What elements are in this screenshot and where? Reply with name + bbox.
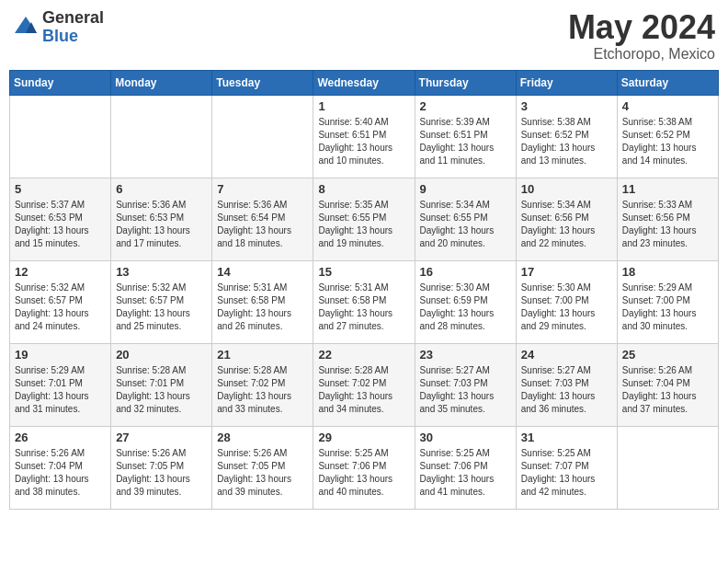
day-info: Sunrise: 5:37 AMSunset: 6:53 PMDaylight:… [15, 199, 106, 250]
header-day-thursday: Thursday [415, 70, 516, 95]
day-info: Sunrise: 5:38 AMSunset: 6:52 PMDaylight:… [521, 116, 612, 167]
day-info: Sunrise: 5:36 AMSunset: 6:53 PMDaylight:… [116, 199, 207, 250]
header-day-sunday: Sunday [10, 70, 111, 95]
day-number: 25 [622, 348, 713, 362]
location: Etchoropo, Mexico [568, 46, 715, 63]
logo-blue: Blue [42, 28, 104, 46]
day-info: Sunrise: 5:32 AMSunset: 6:57 PMDaylight:… [116, 282, 207, 333]
calendar-cell: 8Sunrise: 5:35 AMSunset: 6:55 PMDaylight… [313, 178, 415, 260]
day-number: 23 [420, 348, 511, 362]
calendar-cell: 27Sunrise: 5:26 AMSunset: 7:05 PMDayligh… [111, 426, 212, 509]
day-info: Sunrise: 5:34 AMSunset: 6:56 PMDaylight:… [521, 199, 612, 250]
day-number: 16 [420, 265, 511, 279]
day-info: Sunrise: 5:34 AMSunset: 6:55 PMDaylight:… [420, 199, 511, 250]
day-number: 15 [318, 265, 409, 279]
day-number: 18 [622, 265, 713, 279]
header-day-monday: Monday [111, 70, 212, 95]
day-number: 9 [420, 182, 511, 196]
calendar-cell: 12Sunrise: 5:32 AMSunset: 6:57 PMDayligh… [10, 260, 111, 343]
day-info: Sunrise: 5:26 AMSunset: 7:05 PMDaylight:… [217, 447, 308, 499]
calendar-cell: 17Sunrise: 5:30 AMSunset: 7:00 PMDayligh… [516, 260, 617, 343]
day-number: 7 [217, 182, 308, 196]
day-info: Sunrise: 5:27 AMSunset: 7:03 PMDaylight:… [420, 364, 511, 416]
calendar-cell: 26Sunrise: 5:26 AMSunset: 7:04 PMDayligh… [10, 426, 111, 509]
day-info: Sunrise: 5:38 AMSunset: 6:52 PMDaylight:… [622, 116, 713, 167]
logo-icon [13, 15, 39, 40]
month-title: May 2024 [568, 9, 715, 46]
calendar-week-4: 19Sunrise: 5:29 AMSunset: 7:01 PMDayligh… [10, 343, 719, 426]
day-info: Sunrise: 5:28 AMSunset: 7:02 PMDaylight:… [318, 364, 409, 416]
day-info: Sunrise: 5:28 AMSunset: 7:02 PMDaylight:… [217, 364, 308, 416]
logo: General Blue [13, 9, 104, 46]
day-info: Sunrise: 5:30 AMSunset: 7:00 PMDaylight:… [521, 282, 612, 333]
day-info: Sunrise: 5:31 AMSunset: 6:58 PMDaylight:… [217, 282, 308, 333]
calendar-cell: 14Sunrise: 5:31 AMSunset: 6:58 PMDayligh… [212, 260, 313, 343]
day-info: Sunrise: 5:30 AMSunset: 6:59 PMDaylight:… [420, 282, 511, 333]
calendar-body: 1Sunrise: 5:40 AMSunset: 6:51 PMDaylight… [10, 95, 719, 509]
day-number: 30 [420, 431, 511, 444]
day-info: Sunrise: 5:25 AMSunset: 7:07 PMDaylight:… [521, 447, 612, 499]
day-number: 12 [15, 265, 106, 279]
calendar-cell [617, 426, 718, 509]
day-info: Sunrise: 5:31 AMSunset: 6:58 PMDaylight:… [318, 282, 409, 333]
calendar-cell: 18Sunrise: 5:29 AMSunset: 7:00 PMDayligh… [617, 260, 718, 343]
calendar-cell: 30Sunrise: 5:25 AMSunset: 7:06 PMDayligh… [415, 426, 516, 509]
calendar-cell: 7Sunrise: 5:36 AMSunset: 6:54 PMDaylight… [212, 178, 313, 260]
calendar-cell: 10Sunrise: 5:34 AMSunset: 6:56 PMDayligh… [516, 178, 617, 260]
calendar-cell: 13Sunrise: 5:32 AMSunset: 6:57 PMDayligh… [111, 260, 212, 343]
title-block: May 2024 Etchoropo, Mexico [568, 9, 715, 63]
calendar-header: SundayMondayTuesdayWednesdayThursdayFrid… [10, 70, 719, 95]
day-info: Sunrise: 5:28 AMSunset: 7:01 PMDaylight:… [116, 364, 207, 416]
day-number: 31 [521, 431, 612, 444]
day-number: 24 [521, 348, 612, 362]
calendar-cell [111, 95, 212, 178]
logo-text: General Blue [42, 9, 104, 46]
calendar-cell: 24Sunrise: 5:27 AMSunset: 7:03 PMDayligh… [516, 343, 617, 426]
day-number: 19 [15, 348, 106, 362]
calendar-cell: 5Sunrise: 5:37 AMSunset: 6:53 PMDaylight… [10, 178, 111, 260]
day-info: Sunrise: 5:36 AMSunset: 6:54 PMDaylight:… [217, 199, 308, 250]
day-number: 13 [116, 265, 207, 279]
day-info: Sunrise: 5:27 AMSunset: 7:03 PMDaylight:… [521, 364, 612, 416]
day-info: Sunrise: 5:25 AMSunset: 7:06 PMDaylight:… [318, 447, 409, 499]
day-number: 27 [116, 431, 207, 444]
day-number: 14 [217, 265, 308, 279]
day-number: 10 [521, 182, 612, 196]
calendar-cell [212, 95, 313, 178]
calendar-cell: 20Sunrise: 5:28 AMSunset: 7:01 PMDayligh… [111, 343, 212, 426]
calendar-week-5: 26Sunrise: 5:26 AMSunset: 7:04 PMDayligh… [10, 426, 719, 509]
day-number: 3 [521, 99, 612, 113]
calendar-cell: 16Sunrise: 5:30 AMSunset: 6:59 PMDayligh… [415, 260, 516, 343]
calendar-cell: 19Sunrise: 5:29 AMSunset: 7:01 PMDayligh… [10, 343, 111, 426]
day-number: 8 [318, 182, 409, 196]
calendar-week-3: 12Sunrise: 5:32 AMSunset: 6:57 PMDayligh… [10, 260, 719, 343]
calendar-week-2: 5Sunrise: 5:37 AMSunset: 6:53 PMDaylight… [10, 178, 719, 260]
day-number: 11 [622, 182, 713, 196]
calendar-cell: 1Sunrise: 5:40 AMSunset: 6:51 PMDaylight… [313, 95, 415, 178]
logo-general: General [42, 9, 104, 28]
day-number: 22 [318, 348, 409, 362]
calendar-cell: 9Sunrise: 5:34 AMSunset: 6:55 PMDaylight… [415, 178, 516, 260]
header-day-wednesday: Wednesday [313, 70, 415, 95]
header-row: SundayMondayTuesdayWednesdayThursdayFrid… [10, 70, 719, 95]
day-info: Sunrise: 5:25 AMSunset: 7:06 PMDaylight:… [420, 447, 511, 499]
day-number: 20 [116, 348, 207, 362]
calendar-cell: 3Sunrise: 5:38 AMSunset: 6:52 PMDaylight… [516, 95, 617, 178]
calendar-table: SundayMondayTuesdayWednesdayThursdayFrid… [9, 70, 719, 510]
day-number: 29 [318, 431, 409, 444]
day-number: 1 [318, 99, 409, 113]
calendar-cell: 22Sunrise: 5:28 AMSunset: 7:02 PMDayligh… [313, 343, 415, 426]
calendar-cell: 29Sunrise: 5:25 AMSunset: 7:06 PMDayligh… [313, 426, 415, 509]
calendar-cell: 6Sunrise: 5:36 AMSunset: 6:53 PMDaylight… [111, 178, 212, 260]
day-number: 2 [420, 99, 511, 113]
calendar-cell: 25Sunrise: 5:26 AMSunset: 7:04 PMDayligh… [617, 343, 718, 426]
day-info: Sunrise: 5:26 AMSunset: 7:05 PMDaylight:… [116, 447, 207, 499]
calendar-cell: 2Sunrise: 5:39 AMSunset: 6:51 PMDaylight… [415, 95, 516, 178]
day-info: Sunrise: 5:26 AMSunset: 7:04 PMDaylight:… [15, 447, 106, 499]
calendar-cell: 31Sunrise: 5:25 AMSunset: 7:07 PMDayligh… [516, 426, 617, 509]
day-info: Sunrise: 5:29 AMSunset: 7:01 PMDaylight:… [15, 364, 106, 416]
day-number: 26 [15, 431, 106, 444]
day-info: Sunrise: 5:26 AMSunset: 7:04 PMDaylight:… [622, 364, 713, 416]
header-day-tuesday: Tuesday [212, 70, 313, 95]
calendar-cell [10, 95, 111, 178]
